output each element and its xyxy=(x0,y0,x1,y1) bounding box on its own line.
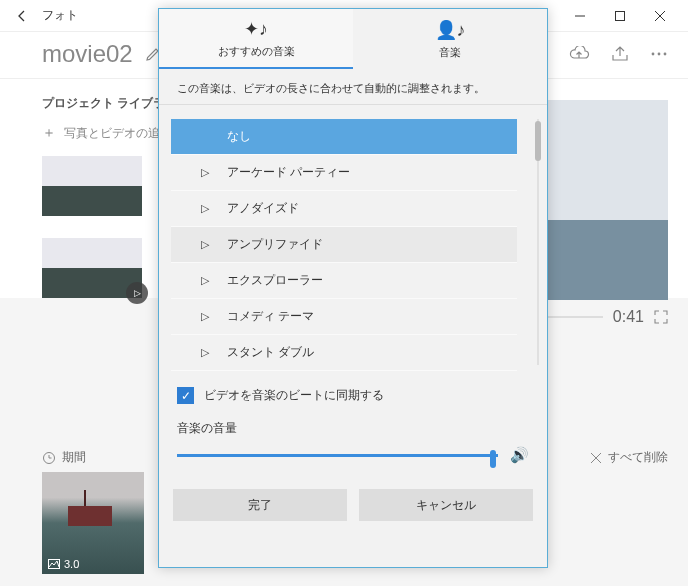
play-overlay-icon: ▷ xyxy=(126,282,148,304)
music-item[interactable]: ▷なし xyxy=(171,119,517,155)
play-icon: ▷ xyxy=(201,274,209,287)
duration-button[interactable]: 期間 xyxy=(42,449,86,466)
sync-label: ビデオを音楽のビートに同期する xyxy=(204,387,384,404)
play-icon: ▷ xyxy=(201,202,209,215)
svg-rect-1 xyxy=(616,11,625,20)
music-item[interactable]: ▷アンプリファイド xyxy=(171,227,517,263)
person-notes-icon: 👤♪ xyxy=(435,19,466,41)
music-dialog: ✦♪ おすすめの音楽 👤♪ 音楽 この音楽は、ビデオの長さに合わせて自動的に調整… xyxy=(158,8,548,568)
share-icon[interactable] xyxy=(610,46,630,62)
minimize-button[interactable] xyxy=(560,2,600,30)
duration-label: 0:41 xyxy=(613,308,644,326)
volume-label: 音楽の音量 xyxy=(159,404,547,443)
cancel-button[interactable]: キャンセル xyxy=(359,489,533,521)
play-icon: ▷ xyxy=(201,238,209,251)
music-item[interactable]: ▷エクスプローラー xyxy=(171,263,517,299)
sparkle-notes-icon: ✦♪ xyxy=(244,18,268,40)
play-icon: ▷ xyxy=(201,310,209,323)
cloud-icon[interactable] xyxy=(568,46,590,62)
plus-icon: ＋ xyxy=(42,124,56,142)
music-item-label: アーケード パーティー xyxy=(227,164,350,181)
more-icon[interactable] xyxy=(650,51,668,57)
add-media-label: 写真とビデオの追加 xyxy=(64,125,172,142)
scrollbar-thumb[interactable] xyxy=(535,121,541,161)
music-hint: この音楽は、ビデオの長さに合わせて自動的に調整されます。 xyxy=(159,69,547,105)
music-item-label: コメディ テーマ xyxy=(227,308,314,325)
volume-slider[interactable] xyxy=(177,443,498,467)
app-title: フォト xyxy=(42,7,78,24)
tab-recommended[interactable]: ✦♪ おすすめの音楽 xyxy=(159,9,353,69)
music-item-label: アンプリファイド xyxy=(227,236,323,253)
clear-all-button[interactable]: すべて削除 xyxy=(590,449,668,466)
back-button[interactable] xyxy=(8,2,36,30)
music-item-label: なし xyxy=(227,128,251,145)
image-icon xyxy=(48,559,60,569)
timeline-clip[interactable]: 3.0 xyxy=(42,472,144,574)
done-button[interactable]: 完了 xyxy=(173,489,347,521)
maximize-button[interactable] xyxy=(600,2,640,30)
music-item-label: アノダイズド xyxy=(227,200,299,217)
music-item[interactable]: ▷アノダイズド xyxy=(171,191,517,227)
checkbox-checked-icon[interactable]: ✓ xyxy=(177,387,194,404)
music-item-label: スタント ダブル xyxy=(227,344,314,361)
svg-point-3 xyxy=(658,53,661,56)
app-window: フォト movie02 プロジェクト ライブラリ ＋ 写真とビデオの追加 ▷ xyxy=(0,0,688,586)
speaker-icon[interactable]: 🔊 xyxy=(510,446,529,464)
music-item[interactable]: ▷スタント ダブル xyxy=(171,335,517,371)
volume-row: 🔊 xyxy=(159,443,547,467)
project-title: movie02 xyxy=(42,40,133,68)
svg-point-4 xyxy=(664,53,667,56)
music-item[interactable]: ▷アーケード パーティー xyxy=(171,155,517,191)
music-item[interactable]: ▷コメディ テーマ xyxy=(171,299,517,335)
library-thumb[interactable]: ▷ xyxy=(42,238,142,298)
play-icon: ▷ xyxy=(201,166,209,179)
library-thumb[interactable] xyxy=(42,156,142,216)
music-item-label: エクスプローラー xyxy=(227,272,323,289)
music-list: ▷なし▷アーケード パーティー▷アノダイズド▷アンプリファイド▷エクスプローラー… xyxy=(159,105,547,365)
sync-checkbox-row[interactable]: ✓ ビデオを音楽のビートに同期する xyxy=(159,371,547,404)
clip-duration: 3.0 xyxy=(64,558,79,570)
fullscreen-icon[interactable] xyxy=(654,310,668,324)
svg-point-2 xyxy=(652,53,655,56)
close-button[interactable] xyxy=(640,2,680,30)
play-icon: ▷ xyxy=(201,346,209,359)
dialog-buttons: 完了 キャンセル xyxy=(159,467,547,531)
tab-my-music[interactable]: 👤♪ 音楽 xyxy=(353,9,547,69)
tab-bar: ✦♪ おすすめの音楽 👤♪ 音楽 xyxy=(159,9,547,69)
